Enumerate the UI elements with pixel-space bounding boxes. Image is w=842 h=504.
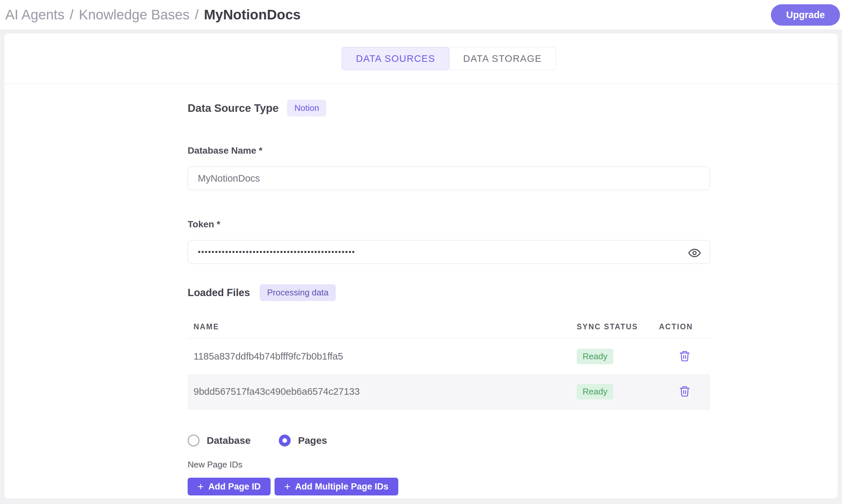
breadcrumb: AI Agents / Knowledge Bases / MyNotionDo… [5,7,300,23]
file-name: 1185a837ddfb4b74bfff9fc7b0b1ffa5 [188,351,577,362]
add-multiple-page-ids-button[interactable]: + Add Multiple Page IDs [275,478,398,496]
column-header-name: NAME [188,322,577,331]
source-mode-radio-group: Database Pages [188,435,710,446]
token-input[interactable] [188,240,710,264]
radio-selected-icon [279,435,291,446]
delete-file-button[interactable] [677,348,692,365]
tab-data-storage[interactable]: DATA STORAGE [449,47,556,70]
database-name-input[interactable] [188,166,710,190]
status-badge: Ready [577,384,613,399]
upgrade-button[interactable]: Upgrade [771,4,840,26]
processing-data-badge: Processing data [260,284,335,301]
add-page-id-button[interactable]: + Add Page ID [188,478,270,496]
radio-pages-label: Pages [298,435,327,446]
status-badge: Ready [577,349,613,364]
top-bar: AI Agents / Knowledge Bases / MyNotionDo… [0,0,842,30]
trash-icon [679,393,690,398]
toggle-token-visibility-button[interactable] [687,246,702,262]
tabs-section: DATA SOURCES DATA STORAGE [188,34,710,70]
token-wrap [188,240,710,264]
add-multiple-page-ids-label: Add Multiple Page IDs [295,482,388,492]
radio-database-label: Database [207,435,250,446]
loaded-files-row: Loaded Files Processing data [188,284,710,301]
loaded-files-label: Loaded Files [188,287,250,299]
tabs-divider [4,84,838,84]
database-name-label: Database Name * [188,145,710,156]
database-name-wrap [188,166,710,190]
table-header: NAME SYNC STATUS ACTION [188,316,710,339]
plus-icon: + [284,481,291,492]
tab-data-sources[interactable]: DATA SOURCES [342,47,449,70]
notion-badge: Notion [287,100,326,116]
add-page-id-label: Add Page ID [208,482,261,492]
form-content: Data Source Type Notion Database Name * … [188,100,710,499]
breadcrumb-separator: / [195,7,199,23]
loaded-files-table: NAME SYNC STATUS ACTION 1185a837ddfb4b74… [188,316,710,410]
data-source-type-label: Data Source Type [188,102,279,114]
breadcrumb-item-ai-agents[interactable]: AI Agents [5,7,65,23]
column-header-sync-status: SYNC STATUS [577,322,659,331]
new-page-ids-label: New Page IDs [188,460,710,470]
radio-unselected-icon [188,435,199,446]
token-label: Token * [188,219,710,230]
breadcrumb-item-current: MyNotionDocs [204,7,300,23]
breadcrumb-item-knowledge-bases[interactable]: Knowledge Bases [79,7,189,23]
delete-file-button[interactable] [677,383,692,400]
column-header-action: ACTION [659,322,710,331]
trash-icon [679,358,690,363]
main-card: DATA SOURCES DATA STORAGE Data Source Ty… [4,34,838,499]
plus-icon: + [197,481,204,492]
file-name: 9bdd567517fa43c490eb6a6574c27133 [188,386,577,397]
radio-database[interactable]: Database [188,435,250,446]
eye-icon [688,255,701,260]
radio-pages[interactable]: Pages [279,435,327,446]
tab-group: DATA SOURCES DATA STORAGE [188,47,710,70]
page-id-buttons: + Add Page ID + Add Multiple Page IDs [188,478,710,496]
data-source-type-row: Data Source Type Notion [188,100,710,116]
breadcrumb-separator: / [70,7,74,23]
table-row: 9bdd567517fa43c490eb6a6574c27133 Ready [188,374,710,410]
table-row: 1185a837ddfb4b74bfff9fc7b0b1ffa5 Ready [188,339,710,374]
